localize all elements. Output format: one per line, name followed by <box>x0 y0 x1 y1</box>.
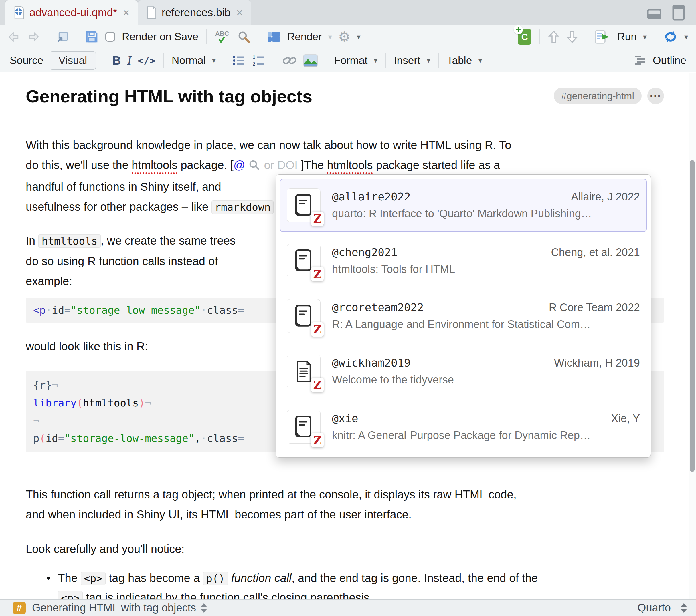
citation-text: @allaire2022Allaire, J 2022 quarto: R In… <box>332 191 640 220</box>
citation-item-cheng2021[interactable]: Z @cheng2021Cheng, et al. 2021 htmltools… <box>280 234 647 287</box>
citation-author: Cheng, et al. 2021 <box>551 246 640 259</box>
render-dropdown-icon[interactable]: ▾ <box>328 33 332 42</box>
save-icon[interactable] <box>85 30 98 44</box>
citation-id: @cheng2021 <box>332 246 397 259</box>
tab-label: advanced-ui.qmd* <box>30 6 117 19</box>
gear-icon[interactable]: ⚙ <box>338 30 351 44</box>
code-string: "storage-low-message" <box>70 304 201 316</box>
text <box>228 572 231 584</box>
run-dropdown-icon[interactable]: ▾ <box>643 33 647 42</box>
tab-advanced-ui-qmd[interactable]: advanced-ui.qmd* × <box>5 0 138 25</box>
open-in-window-icon[interactable] <box>56 31 69 43</box>
text-line: example: <box>26 275 72 287</box>
paragraph-style-dropdown-icon[interactable]: ▾ <box>212 56 216 65</box>
settings-dropdown-icon[interactable]: ▾ <box>357 33 361 42</box>
code-format-button[interactable]: </> <box>138 55 155 66</box>
insert-menu[interactable]: Insert <box>394 54 421 67</box>
separator <box>326 53 326 68</box>
code-token: p <box>33 433 39 444</box>
code-keyword: library <box>33 397 77 409</box>
forward-icon[interactable] <box>27 31 39 43</box>
citation-id: @wickham2019 <box>332 357 411 369</box>
italic-button[interactable]: I <box>127 53 132 68</box>
insert-chunk-icon[interactable]: C+ <box>518 29 532 45</box>
find-icon[interactable] <box>237 30 251 44</box>
image-icon[interactable] <box>303 54 318 67</box>
editor-scrollbar[interactable] <box>689 72 696 599</box>
editor-status-bar: # Generating HTML with tag objects Quart… <box>0 599 696 616</box>
bullet-list: The <p> tag has become a p() function ca… <box>26 569 664 599</box>
bullet-list-icon[interactable] <box>232 54 246 67</box>
render-icon <box>267 31 281 43</box>
paragraph-style-select[interactable]: Normal <box>172 54 206 67</box>
sync-dropdown-icon[interactable]: ▾ <box>684 33 688 42</box>
format-dropdown-icon[interactable]: ▾ <box>374 56 378 65</box>
spellcheck-icon[interactable]: ABC <box>215 30 231 44</box>
link-icon[interactable] <box>282 54 297 67</box>
text: package started life as a <box>373 159 500 171</box>
numbered-list-icon[interactable]: 12 <box>252 54 266 67</box>
scrollbar-thumb[interactable] <box>690 160 695 472</box>
bold-button[interactable]: B <box>112 54 121 67</box>
table-dropdown-icon[interactable]: ▾ <box>478 56 482 65</box>
separator <box>163 53 164 68</box>
citation-item-allaire2022[interactable]: Z @allaire2022Allaire, J 2022 quarto: R … <box>280 179 647 232</box>
source-sync-icon[interactable] <box>663 30 678 44</box>
paragraph: This function call returns a tag object;… <box>26 484 664 524</box>
format-toolbar: Source Visual B I </> Normal ▾ 12 Format… <box>0 49 696 72</box>
citation-item-rcoreteam2022[interactable]: Z @rcoreteam2022R Core Team 2022 R: A La… <box>280 289 647 343</box>
back-icon[interactable] <box>8 31 21 43</box>
citation-id: @xie <box>332 412 358 425</box>
citation-item-wickham2019[interactable]: Z @wickham2019Wickham, H 2019 Welcome to… <box>280 345 647 398</box>
run-previous-icon[interactable] <box>548 30 560 44</box>
section-navigator[interactable]: Generating HTML with tag objects <box>32 602 196 614</box>
maximize-pane-icon[interactable] <box>672 4 685 21</box>
citation-author: Allaire, J 2022 <box>571 191 640 203</box>
tab-close-icon[interactable]: × <box>123 7 129 18</box>
insert-dropdown-icon[interactable]: ▾ <box>427 56 430 65</box>
format-menu[interactable]: Format <box>334 54 367 67</box>
page-title: Generating HTML with tag objects <box>26 86 554 107</box>
section-navigator-updown-icon[interactable] <box>200 603 207 613</box>
outline-icon <box>634 55 647 66</box>
text: , we create the same trees <box>101 234 236 247</box>
section-more-button[interactable]: ··· <box>647 87 664 104</box>
table-menu[interactable]: Table <box>447 54 472 67</box>
book-icon: Z <box>287 299 320 333</box>
toolbar-right-group: C+ Run ▾ ▾ <box>518 29 688 45</box>
citation-item-xie[interactable]: Z @xieXie, Y knitr: A General-Purpose Pa… <box>280 400 647 453</box>
run-next-icon[interactable] <box>566 30 578 44</box>
main-toolbar: Render on Save ABC Render ▾ ⚙ ▾ C+ Run ▾… <box>0 25 696 49</box>
source-mode-button[interactable]: Source <box>10 54 43 67</box>
book-icon: Z <box>287 410 320 443</box>
tab-references-bib[interactable]: references.bib × <box>138 0 251 25</box>
text-line: Look carefully and you'll notice: <box>26 542 185 555</box>
citation-title: R: A Language and Environment for Statis… <box>332 318 640 330</box>
citation-author: Xie, Y <box>611 412 640 425</box>
render-on-save-checkbox[interactable] <box>105 31 116 42</box>
text-line: do this, we'll use the <box>26 159 132 171</box>
separator <box>385 53 386 68</box>
tab-label: references.bib <box>162 6 231 19</box>
separator <box>586 30 586 44</box>
text: package. [ <box>177 159 234 171</box>
run-button[interactable]: Run <box>617 31 637 43</box>
return-marker: ¬ <box>145 397 151 409</box>
document-format-selector[interactable]: Quarto <box>629 600 696 616</box>
citation-title: Welcome to the tidyverse <box>332 374 640 386</box>
zotero-badge-icon: Z <box>311 212 324 226</box>
render-button[interactable]: Render <box>287 31 322 43</box>
visual-mode-button[interactable]: Visual <box>49 51 96 70</box>
article-icon: Z <box>287 355 320 388</box>
whitespace-dot: · <box>201 433 207 444</box>
text-line: do so using R function calls instead of <box>26 255 218 268</box>
citation-title: quarto: R Interface to 'Quarto' Markdown… <box>332 208 640 220</box>
tab-close-icon[interactable]: × <box>236 7 243 18</box>
svg-text:2: 2 <box>253 62 255 67</box>
format-label: Quarto <box>638 602 671 614</box>
return-marker: ¬ <box>52 379 58 391</box>
zotero-badge-icon: Z <box>311 322 324 337</box>
minimize-pane-icon[interactable] <box>647 6 663 19</box>
paragraph: Look carefully and you'll notice: <box>26 539 664 559</box>
outline-toggle[interactable]: Outline <box>653 54 686 67</box>
